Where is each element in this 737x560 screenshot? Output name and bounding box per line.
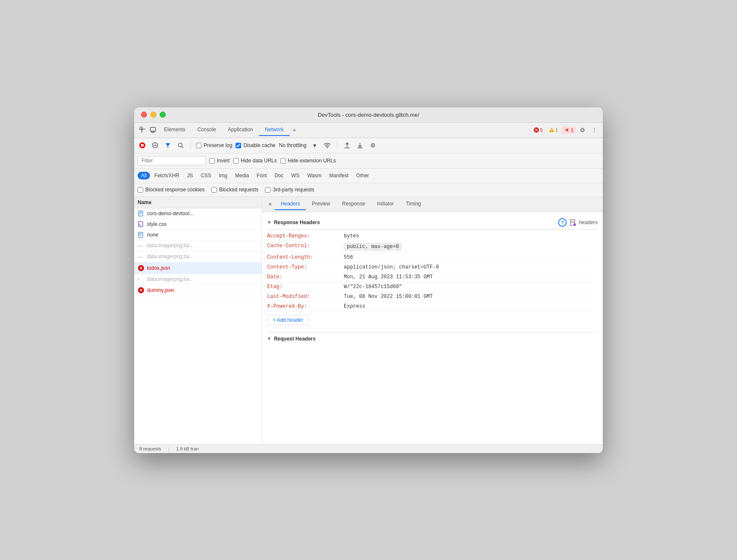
toolbar-divider-2 bbox=[337, 141, 337, 150]
type-media-button[interactable]: Media bbox=[232, 172, 253, 179]
minimize-button[interactable] bbox=[150, 112, 156, 118]
response-headers-section[interactable]: ▼ Response Headers ? .headers bbox=[267, 216, 598, 230]
help-icon[interactable]: ? bbox=[558, 218, 567, 227]
tab-preview[interactable]: Preview bbox=[306, 198, 336, 210]
detail-content: ▼ Response Headers ? .headers bbox=[262, 212, 603, 348]
hide-data-urls-checkbox[interactable]: Hide data URLs bbox=[233, 158, 277, 164]
fullscreen-button[interactable] bbox=[160, 112, 166, 118]
throttling-selector[interactable]: No throttling bbox=[279, 142, 307, 148]
list-item[interactable]: todos.json bbox=[134, 263, 262, 274]
css-icon: {} bbox=[138, 221, 144, 227]
header-key: Date: bbox=[267, 274, 344, 280]
file-list-header: Name bbox=[134, 197, 262, 208]
tab-network[interactable]: Network bbox=[259, 124, 290, 136]
svg-point-10 bbox=[551, 131, 552, 132]
third-party-checkbox[interactable]: 3rd-party requests bbox=[265, 187, 314, 193]
tab-application[interactable]: Application bbox=[222, 124, 259, 136]
filter-button[interactable] bbox=[163, 141, 173, 150]
type-font-button[interactable]: Font bbox=[253, 172, 270, 179]
add-header-button[interactable]: + Add header bbox=[267, 315, 309, 325]
list-item[interactable]: — data:image/png;ba... bbox=[134, 251, 262, 263]
list-item[interactable]: {} style.css bbox=[134, 219, 262, 230]
svg-rect-26 bbox=[138, 211, 143, 216]
tab-console[interactable]: Console bbox=[191, 124, 222, 136]
type-all-button[interactable]: All bbox=[138, 172, 150, 179]
header-row: Cache-Control: public, max-age=0 bbox=[267, 241, 598, 253]
request-headers-section[interactable]: ▼ Request Headers bbox=[267, 332, 598, 344]
data-image-icon-2: — bbox=[138, 254, 144, 260]
stop-recording-button[interactable] bbox=[138, 141, 147, 150]
type-js-button[interactable]: JS bbox=[184, 172, 196, 179]
network-settings-icon[interactable]: ⚙ bbox=[368, 141, 377, 150]
header-value[interactable]: application/json; charset=UTF-8 bbox=[344, 264, 439, 270]
list-item[interactable]: cors-demo-devtool... bbox=[134, 208, 262, 219]
download-icon[interactable] bbox=[355, 141, 365, 150]
header-value[interactable]: Tue, 08 Nov 2022 15:00:01 GMT bbox=[344, 294, 433, 300]
list-item[interactable]: none bbox=[134, 230, 262, 240]
hide-ext-checkbox[interactable]: Hide extension URLs bbox=[280, 158, 336, 164]
more-tabs-button[interactable]: » bbox=[290, 124, 299, 136]
tab-timing[interactable]: Timing bbox=[400, 198, 427, 210]
inspect-element-icon[interactable] bbox=[138, 125, 148, 135]
file-list: Name cors-demo-devtool... bbox=[134, 197, 262, 444]
status-divider: | bbox=[168, 446, 169, 451]
upload-icon[interactable] bbox=[343, 141, 352, 150]
list-item[interactable]: ▪ data:image/png;ba... bbox=[134, 274, 262, 285]
data-image-icon: — bbox=[138, 242, 144, 249]
header-value[interactable]: W/"22c-18457c15d68" bbox=[344, 284, 402, 290]
data-image-icon-3: ▪ bbox=[138, 277, 144, 281]
status-bar: 8 requests | 1.9 kB tran bbox=[134, 444, 603, 453]
doc-icon bbox=[138, 211, 144, 216]
collapse-icon-2: ▼ bbox=[267, 336, 271, 341]
svg-text:{}: {} bbox=[139, 223, 141, 226]
svg-point-21 bbox=[327, 147, 328, 148]
requests-count: 8 requests bbox=[139, 446, 161, 451]
settings-icon[interactable]: ⚙ bbox=[577, 125, 587, 135]
warning-count-badge[interactable]: 1 bbox=[547, 126, 560, 134]
type-fetch-xhr-button[interactable]: Fetch/XHR bbox=[151, 172, 183, 179]
disable-cache-checkbox[interactable]: Disable cache bbox=[236, 142, 275, 148]
header-value[interactable]: public, max-age=0 bbox=[344, 243, 402, 251]
blocked-cookies-checkbox[interactable]: Blocked response cookies bbox=[138, 187, 204, 193]
tab-initiator[interactable]: Initiator bbox=[371, 198, 400, 210]
tab-right-icons: 5 1 1 ⚙ ⋮ bbox=[531, 125, 599, 135]
traffic-lights bbox=[141, 112, 166, 118]
header-row: Date: Mon, 21 Aug 2023 11:53:35 GMT bbox=[267, 272, 598, 282]
type-doc-button[interactable]: Doc bbox=[271, 172, 287, 179]
close-button[interactable] bbox=[141, 112, 147, 118]
wifi-icon[interactable] bbox=[322, 141, 332, 150]
type-other-button[interactable]: Other bbox=[353, 172, 372, 179]
search-button[interactable] bbox=[176, 141, 185, 150]
header-key: Content-Type: bbox=[267, 264, 344, 270]
transferred-amount: 1.9 kB tran bbox=[176, 446, 199, 451]
type-img-button[interactable]: Img bbox=[216, 172, 231, 179]
tab-headers[interactable]: Headers bbox=[275, 198, 306, 210]
throttling-chevron[interactable]: ▾ bbox=[310, 141, 319, 150]
blocked-requests-checkbox[interactable]: Blocked requests bbox=[211, 187, 258, 193]
invert-checkbox[interactable]: Invert bbox=[209, 158, 230, 164]
header-value[interactable]: Express bbox=[344, 303, 365, 309]
headers-file-button[interactable]: .headers bbox=[570, 219, 598, 226]
type-css-button[interactable]: CSS bbox=[197, 172, 215, 179]
svg-line-20 bbox=[182, 147, 184, 148]
filter-input[interactable] bbox=[138, 156, 206, 165]
close-detail-button[interactable]: × bbox=[265, 199, 275, 209]
issue-count-badge[interactable]: 1 bbox=[562, 126, 576, 134]
header-value[interactable]: 556 bbox=[344, 254, 353, 260]
type-wasm-button[interactable]: Wasm bbox=[304, 172, 325, 179]
section-actions: ? .headers bbox=[558, 218, 598, 227]
error-count-badge[interactable]: 5 bbox=[531, 126, 545, 134]
preserve-log-checkbox[interactable]: Preserve log bbox=[196, 142, 232, 148]
clear-button[interactable] bbox=[150, 141, 160, 150]
type-ws-button[interactable]: WS bbox=[288, 172, 303, 179]
device-toolbar-icon[interactable] bbox=[148, 125, 158, 135]
list-item[interactable]: dummy.json bbox=[134, 285, 262, 296]
tab-elements[interactable]: Elements bbox=[158, 124, 191, 136]
tab-response[interactable]: Response bbox=[336, 198, 371, 210]
list-item[interactable]: — data:image/png;ba... bbox=[134, 240, 262, 251]
svg-marker-18 bbox=[165, 143, 170, 147]
type-manifest-button[interactable]: Manifest bbox=[326, 172, 352, 179]
more-options-icon[interactable]: ⋮ bbox=[589, 125, 599, 135]
header-value[interactable]: bytes bbox=[344, 233, 359, 239]
header-value[interactable]: Mon, 21 Aug 2023 11:53:35 GMT bbox=[344, 274, 433, 280]
